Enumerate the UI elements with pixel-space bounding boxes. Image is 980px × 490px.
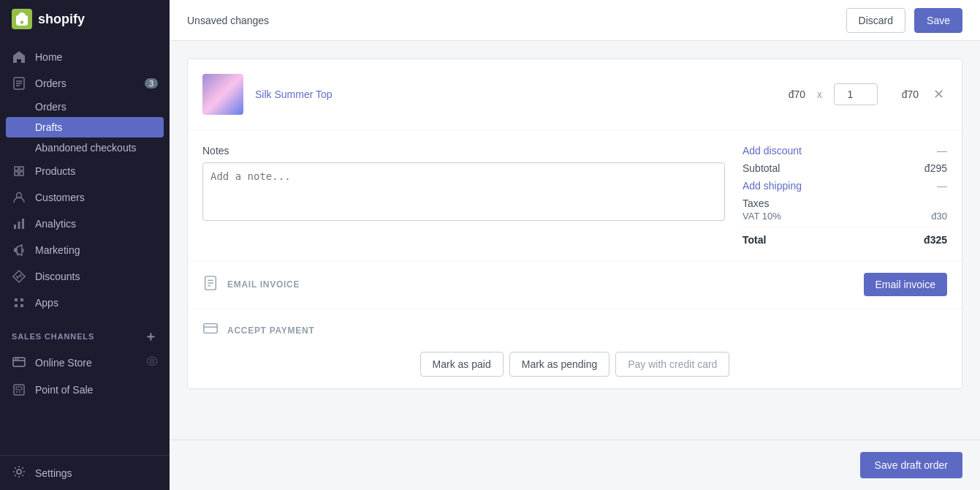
home-icon xyxy=(12,50,26,64)
online-store-icon xyxy=(12,354,26,371)
sidebar-label-customers: Customers xyxy=(35,192,85,203)
taxes-label: Taxes xyxy=(742,197,770,209)
svg-rect-7 xyxy=(22,219,24,229)
product-section: Silk Summer Top đ70 x đ70 ✕ xyxy=(188,59,962,130)
add-shipping-label[interactable]: Add shipping xyxy=(742,180,802,192)
orders-badge: 3 xyxy=(145,78,158,88)
svg-rect-5 xyxy=(14,225,16,229)
sub-orders-label: Orders xyxy=(35,101,67,113)
sidebar-label-discounts: Discounts xyxy=(35,271,80,282)
app-name: shopify xyxy=(38,12,85,27)
quantity-input[interactable] xyxy=(834,83,878,105)
eye-icon xyxy=(146,355,158,369)
sidebar-item-products[interactable]: Products xyxy=(0,158,170,184)
footer-bar: Save draft order xyxy=(170,440,980,490)
analytics-icon xyxy=(12,216,26,231)
top-bar: Unsaved changes Discard Save xyxy=(170,0,980,41)
shipping-row: Add shipping — xyxy=(742,180,947,192)
notes-label: Notes xyxy=(202,145,725,157)
svg-point-14 xyxy=(151,360,154,363)
notes-pricing-section: Notes Add discount — Subtotal đ295 Add s… xyxy=(188,130,962,260)
remove-product-button[interactable]: ✕ xyxy=(930,83,947,105)
vat-value: đ30 xyxy=(931,211,947,222)
payment-header: ACCEPT PAYMENT xyxy=(202,320,947,340)
svg-rect-6 xyxy=(18,222,20,229)
invoice-icon xyxy=(202,275,219,295)
online-store-label: Online Store xyxy=(35,357,92,369)
sub-abandoned-label: Abandoned checkouts xyxy=(35,142,137,154)
sales-channels-title: SALES CHANNELS xyxy=(12,332,94,341)
marketing-icon xyxy=(12,243,26,257)
sidebar-label-home: Home xyxy=(35,51,62,63)
sidebar-nav: Home Orders 3 Orders Drafts Abandoned ch… xyxy=(0,38,170,455)
orders-icon xyxy=(12,76,26,91)
sidebar-label-pos: Point of Sale xyxy=(35,384,93,396)
add-sales-channel-button[interactable]: ＋ xyxy=(144,328,158,345)
sidebar-sub-orders[interactable]: Orders xyxy=(0,97,170,117)
discount-value: — xyxy=(937,145,947,157)
sidebar-sub-drafts[interactable]: Drafts xyxy=(6,117,164,137)
sidebar-item-point-of-sale[interactable]: Point of Sale xyxy=(0,377,170,403)
shopify-bag-icon xyxy=(12,9,32,29)
pay-with-credit-card-button[interactable]: Pay with credit card xyxy=(615,352,729,377)
sidebar-item-home[interactable]: Home xyxy=(0,44,170,70)
subtotal-label: Subtotal xyxy=(742,162,780,174)
sidebar-label-marketing: Marketing xyxy=(35,244,80,256)
discard-button[interactable]: Discard xyxy=(846,8,905,33)
sidebar-sub-abandoned[interactable]: Abandoned checkouts xyxy=(0,137,170,158)
customers-icon xyxy=(12,190,26,205)
unit-price: đ70 xyxy=(789,88,805,100)
add-discount-label[interactable]: Add discount xyxy=(742,145,802,157)
save-button[interactable]: Save xyxy=(914,8,962,33)
payment-icon xyxy=(202,320,219,340)
sub-drafts-label: Drafts xyxy=(35,121,62,133)
sidebar-item-analytics[interactable]: Analytics xyxy=(0,211,170,237)
svg-point-12 xyxy=(15,358,17,360)
sidebar-label-apps: Apps xyxy=(35,297,58,309)
svg-rect-24 xyxy=(204,324,217,333)
products-icon xyxy=(12,164,26,178)
email-invoice-title: EMAIL INVOICE xyxy=(227,279,300,290)
save-draft-button[interactable]: Save draft order xyxy=(860,452,962,478)
svg-rect-16 xyxy=(16,387,22,390)
main-content: Unsaved changes Discard Save Silk Summer… xyxy=(170,0,980,490)
product-name[interactable]: Silk Summer Top xyxy=(255,88,777,100)
discount-row: Add discount — xyxy=(742,145,947,157)
notes-area: Notes xyxy=(202,145,725,246)
discounts-icon xyxy=(12,269,26,284)
settings-label: Settings xyxy=(35,467,72,479)
product-image xyxy=(202,74,243,115)
sidebar: shopify Home Orders 3 xyxy=(0,0,170,490)
sidebar-item-apps[interactable]: Apps xyxy=(0,290,170,316)
sidebar-item-discounts[interactable]: Discounts xyxy=(0,263,170,290)
sidebar-item-settings[interactable]: Settings xyxy=(0,455,170,490)
multiply-symbol: x xyxy=(817,88,822,100)
sidebar-label-analytics: Analytics xyxy=(35,218,76,230)
payment-buttons: Mark as paid Mark as pending Pay with cr… xyxy=(202,352,947,377)
sidebar-label-products: Products xyxy=(35,165,75,177)
sidebar-item-marketing[interactable]: Marketing xyxy=(0,237,170,263)
mark-as-pending-button[interactable]: Mark as pending xyxy=(509,352,610,377)
content-area: Silk Summer Top đ70 x đ70 ✕ Notes Add di… xyxy=(170,41,980,440)
email-invoice-button[interactable]: Email invoice xyxy=(864,273,947,296)
subtotal-row: Subtotal đ295 xyxy=(742,162,947,174)
sidebar-item-online-store[interactable]: Online Store xyxy=(0,348,170,377)
product-row: Silk Summer Top đ70 x đ70 ✕ xyxy=(202,74,947,115)
accept-payment-section: ACCEPT PAYMENT Mark as paid Mark as pend… xyxy=(188,308,962,388)
pricing-area: Add discount — Subtotal đ295 Add shippin… xyxy=(742,145,947,246)
email-invoice-header: EMAIL INVOICE xyxy=(202,275,300,295)
total-row: Total đ325 xyxy=(742,227,947,246)
total-value: đ325 xyxy=(924,234,947,246)
sidebar-item-customers[interactable]: Customers xyxy=(0,184,170,211)
pos-icon xyxy=(12,382,26,397)
sidebar-item-orders[interactable]: Orders 3 xyxy=(0,70,170,97)
mark-as-paid-button[interactable]: Mark as paid xyxy=(420,352,504,377)
svg-rect-11 xyxy=(13,358,25,366)
shipping-value: — xyxy=(937,180,947,192)
app-logo[interactable]: shopify xyxy=(0,0,170,38)
line-total: đ70 xyxy=(889,88,919,100)
notes-input[interactable] xyxy=(202,162,725,221)
svg-point-9 xyxy=(20,276,22,277)
vat-label: VAT 10% xyxy=(742,211,781,222)
total-label: Total xyxy=(742,234,766,246)
